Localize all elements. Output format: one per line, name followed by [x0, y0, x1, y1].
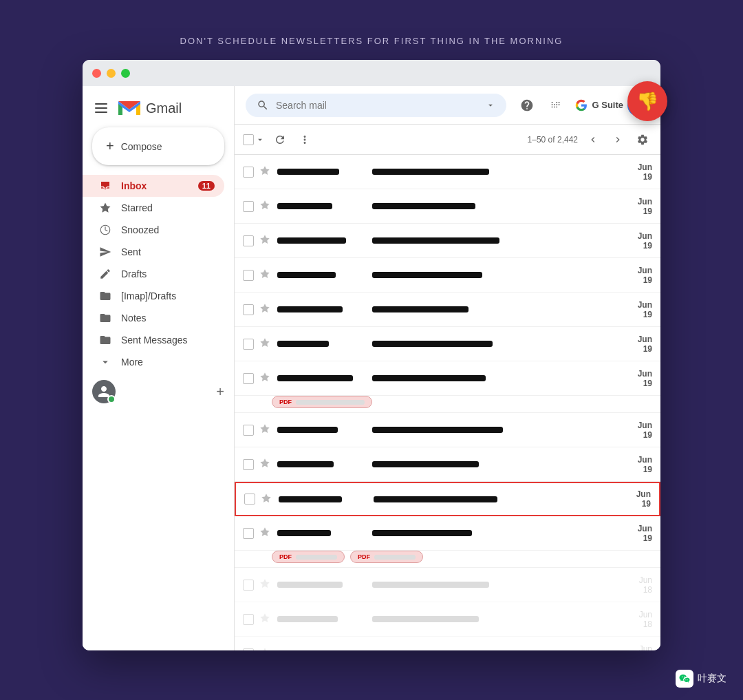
email-row[interactable]: Jun 19 [235, 516, 660, 551]
next-page-button[interactable] [608, 130, 627, 149]
help-button[interactable] [517, 96, 537, 115]
email-row[interactable]: Jun 18 [235, 637, 660, 650]
email-star-icon[interactable] [261, 493, 273, 506]
watermark-text: 叶赛文 [698, 672, 726, 685]
email-checkbox[interactable] [243, 235, 254, 246]
email-row[interactable]: Jun 19 [235, 189, 660, 224]
email-checkbox[interactable] [243, 528, 254, 539]
email-row[interactable]: Jun 19 [235, 327, 660, 361]
email-sender [277, 375, 367, 381]
email-row[interactable]: Jun 19 [235, 293, 660, 327]
more-options-button[interactable] [295, 130, 314, 149]
select-all-wrapper [243, 134, 265, 145]
email-checkbox[interactable] [244, 494, 255, 505]
email-star-icon[interactable] [259, 647, 272, 650]
email-date: Jun 18 [627, 575, 652, 595]
sidebar-item-inbox[interactable]: Inbox 11 [83, 175, 224, 197]
sidebar-item-snoozed[interactable]: Snoozed [83, 219, 224, 241]
email-star-icon[interactable] [259, 165, 272, 178]
sidebar-item-sent[interactable]: Sent [83, 241, 224, 263]
starred-label: Starred [121, 202, 153, 213]
email-checkbox[interactable] [243, 270, 254, 281]
compose-button[interactable]: + Compose [92, 127, 224, 165]
sidebar-item-imap-drafts[interactable]: [Imap]/Drafts [83, 285, 224, 307]
email-date: Jun 19 [627, 335, 652, 354]
email-checkbox[interactable] [243, 580, 254, 591]
browser-window: Gmail + Compose Inbox 11 Starred [83, 60, 660, 650]
email-row[interactable]: Jun 19 [235, 482, 660, 516]
email-sender [277, 616, 367, 622]
email-star-icon[interactable] [259, 200, 272, 213]
email-sender [277, 461, 367, 467]
sent-label: Sent [121, 246, 141, 257]
email-date: Jun 19 [627, 369, 652, 388]
hamburger-icon[interactable] [92, 100, 110, 116]
email-row[interactable]: Jun 18 [235, 568, 660, 602]
refresh-button[interactable] [270, 130, 290, 149]
email-star-icon[interactable] [259, 372, 272, 385]
email-checkbox[interactable] [243, 167, 254, 178]
email-row[interactable]: Jun 19 [235, 447, 660, 482]
notes-label: Notes [121, 312, 147, 324]
user-avatar[interactable] [92, 380, 116, 403]
email-sender [279, 496, 368, 502]
email-star-icon[interactable] [259, 527, 272, 540]
email-star-icon[interactable] [259, 423, 272, 436]
sidebar-item-sent-messages[interactable]: Sent Messages [83, 329, 224, 351]
search-icon [257, 99, 269, 112]
email-attachment-row: PDF [235, 396, 660, 413]
email-star-icon[interactable] [259, 337, 272, 350]
select-dropdown-icon[interactable] [255, 135, 265, 145]
email-content [372, 427, 622, 433]
sidebar-item-notes[interactable]: Notes [83, 307, 224, 329]
snoozed-label: Snoozed [121, 224, 159, 235]
email-list: Jun 19 Jun 19 Jun 19 [235, 155, 660, 650]
email-checkbox[interactable] [243, 614, 254, 625]
email-date: Jun 19 [627, 266, 652, 285]
email-date: Jun 18 [627, 610, 652, 629]
settings-button[interactable] [633, 130, 652, 149]
email-star-icon[interactable] [259, 303, 272, 316]
pdf-chip-2[interactable]: PDF [350, 551, 423, 563]
email-date: Jun 19 [626, 489, 651, 509]
apps-button[interactable] [546, 96, 566, 115]
search-input[interactable] [276, 100, 479, 111]
pdf-chip-1[interactable]: PDF [272, 551, 345, 563]
sidebar-item-starred[interactable]: Starred [83, 197, 224, 219]
email-row[interactable]: Jun 19 [235, 155, 660, 189]
browser-titlebar [83, 60, 660, 86]
search-bar[interactable] [246, 94, 506, 117]
email-star-icon[interactable] [259, 578, 272, 591]
email-star-icon[interactable] [259, 458, 272, 471]
add-account-button[interactable]: + [216, 384, 224, 400]
email-checkbox[interactable] [243, 459, 254, 470]
browser-body: Gmail + Compose Inbox 11 Starred [83, 86, 660, 650]
email-row[interactable]: Jun 19 [235, 413, 660, 447]
email-checkbox[interactable] [243, 339, 254, 350]
chevron-down-icon [99, 356, 111, 368]
select-all-checkbox[interactable] [243, 134, 254, 145]
email-star-icon[interactable] [259, 613, 272, 626]
sidebar-bottom: + [83, 373, 234, 410]
email-toolbar: 1–50 of 2,442 [235, 125, 660, 155]
sidebar: Gmail + Compose Inbox 11 Starred [83, 86, 234, 650]
sidebar-item-more[interactable]: More [83, 351, 224, 373]
email-checkbox[interactable] [243, 648, 254, 651]
email-sender [277, 237, 367, 244]
email-star-icon[interactable] [259, 234, 272, 247]
email-row[interactable]: Jun 19 [235, 258, 660, 293]
folder-icon-2 [99, 312, 111, 324]
pdf-chip[interactable]: PDF [272, 396, 372, 408]
email-checkbox[interactable] [243, 425, 254, 436]
email-sender [277, 582, 367, 588]
email-row[interactable]: Jun 19 [235, 224, 660, 258]
email-sender [277, 427, 367, 433]
email-row[interactable]: Jun 19 [235, 361, 660, 396]
email-checkbox[interactable] [243, 304, 254, 315]
email-checkbox[interactable] [243, 201, 254, 212]
email-checkbox[interactable] [243, 373, 254, 384]
prev-page-button[interactable] [583, 130, 603, 149]
sidebar-item-drafts[interactable]: Drafts [83, 263, 224, 285]
email-star-icon[interactable] [259, 268, 272, 282]
email-row[interactable]: Jun 18 [235, 602, 660, 637]
